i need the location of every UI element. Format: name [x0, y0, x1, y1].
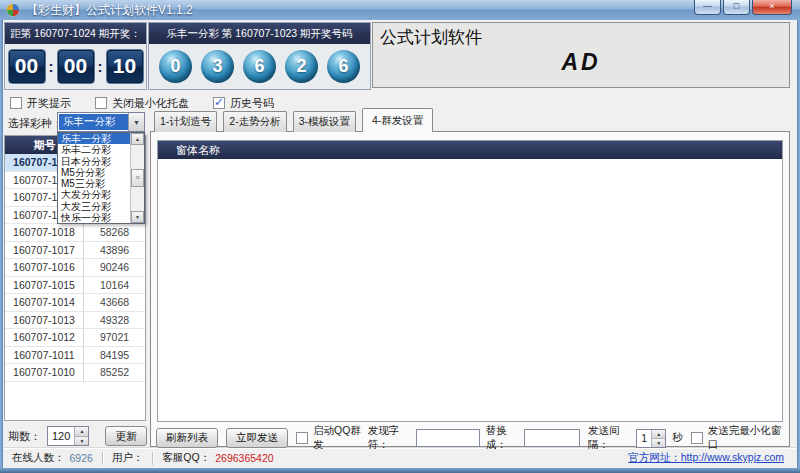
dropdown-arrow-icon[interactable]: ▼	[128, 113, 144, 131]
dropdown-option[interactable]: 乐丰一分彩	[58, 133, 130, 144]
dropdown-scrollbar[interactable]: ▲ ≡ ▼	[130, 133, 144, 223]
replace-with-label: 替换成：	[486, 424, 524, 452]
period-cell: 160707-1017	[5, 242, 84, 259]
combobox-value: 乐丰一分彩	[59, 114, 128, 130]
app-window: 【彩生财】公式计划软件V1.1.2 — □ × 距第 160707-1024 期…	[0, 0, 800, 473]
period-cell: 160707-1011	[5, 347, 84, 364]
latest-draw-panel: 乐丰一分彩 第 160707-1023 期开奖号码 0 3 6 2 6	[148, 22, 371, 90]
update-button[interactable]: 更新	[105, 426, 147, 446]
table-row[interactable]: 160707-1014 43668	[5, 294, 145, 312]
refresh-list-button[interactable]: 刷新列表	[156, 428, 218, 448]
online-count-label: 在线人数：	[12, 451, 65, 465]
tab-trend-analysis[interactable]: 2-走势分析	[223, 111, 286, 132]
periods-control: 期数： 120 ▲ ▼ 更新	[8, 426, 147, 446]
close-button[interactable]: ×	[752, 0, 792, 15]
official-website-link[interactable]: 官方网址： http://www.skypjz.com	[628, 451, 784, 465]
lottery-ball: 6	[243, 50, 276, 83]
find-chars-label: 发现字符：	[368, 424, 416, 452]
interval-unit-label: 秒	[672, 431, 683, 445]
checkbox-minimize-after-send[interactable]: ✓ 发送完最小化窗口	[691, 424, 783, 452]
clock-hours: 00	[8, 49, 46, 84]
dropdown-option[interactable]: 乐丰二分彩	[58, 144, 130, 155]
scroll-up-icon[interactable]: ▲	[131, 133, 144, 145]
lottery-ball: 2	[285, 50, 318, 83]
spinner-down-icon[interactable]: ▼	[75, 437, 88, 446]
lottery-type-combobox[interactable]: 乐丰一分彩 ▼	[57, 112, 145, 132]
draw-balls: 0 3 6 2 6	[149, 44, 370, 88]
result-cell: 97021	[84, 329, 145, 346]
periods-label: 期数：	[8, 429, 41, 444]
table-row[interactable]: 160707-1015 10164	[5, 277, 145, 295]
dropdown-option[interactable]: M5分分彩	[58, 167, 130, 178]
app-icon	[6, 3, 20, 17]
user-label: 用户：	[112, 451, 144, 465]
ad-panel: 公式计划软件 AD	[372, 22, 790, 88]
dropdown-options: 乐丰一分彩 乐丰二分彩 日本分分彩 M5分分彩 M5三分彩 大发分分彩 大发三分…	[58, 133, 130, 223]
website-url: http://www.skypjz.com	[681, 451, 784, 465]
dropdown-option[interactable]: 大发三分彩	[58, 201, 130, 212]
scroll-thumb[interactable]: ≡	[131, 169, 144, 187]
spinner-value: 1	[637, 430, 651, 447]
dropdown-option[interactable]: 大发分分彩	[58, 189, 130, 200]
table-row[interactable]: 160707-1017 43896	[5, 242, 145, 260]
checkbox-label: 启动QQ群发	[313, 424, 368, 452]
period-cell: 160707-1015	[5, 277, 84, 294]
period-cell: 160707-1014	[5, 294, 84, 311]
checkbox-enable-qq-group[interactable]: ✓ 启动QQ群发	[296, 424, 368, 452]
period-cell: 160707-1013	[5, 312, 84, 329]
table-row[interactable]: 160707-1011 84195	[5, 347, 145, 365]
periods-spinner[interactable]: 120 ▲ ▼	[47, 426, 89, 446]
service-qq-value: 2696365420	[215, 452, 273, 464]
checkbox-label: 发送完最小化窗口	[708, 424, 783, 452]
table-row[interactable]: 160707-1016 90246	[5, 259, 145, 277]
window-border	[0, 20, 3, 473]
table-row[interactable]: 160707-1018 58268	[5, 224, 145, 242]
checkbox-label: 开奖提示	[27, 96, 71, 111]
result-cell: 10164	[84, 277, 145, 294]
maximize-button[interactable]: □	[723, 0, 750, 15]
result-cell: 85252	[84, 364, 145, 381]
clock-separator: :	[49, 58, 54, 75]
flip-clock: 00 : 00 : 10	[5, 44, 146, 88]
scroll-down-icon[interactable]: ▼	[131, 211, 144, 223]
spinner-up-icon[interactable]: ▲	[652, 430, 665, 439]
find-chars-input[interactable]	[416, 429, 480, 447]
dropdown-option[interactable]: M5三分彩	[58, 178, 130, 189]
result-cell: 43896	[84, 242, 145, 259]
replace-with-input[interactable]	[524, 429, 580, 447]
period-cell: 160707-1010	[5, 364, 84, 381]
form-list-header[interactable]: 窗体名称	[158, 141, 782, 159]
dropdown-option[interactable]: 日本分分彩	[58, 156, 130, 167]
tab-template-settings[interactable]: 3-模板设置	[293, 111, 356, 132]
interval-spinner[interactable]: 1 ▲ ▼	[636, 429, 666, 448]
table-row[interactable]: 160707-1010 85252	[5, 364, 145, 382]
checkbox-icon: ✓	[10, 97, 22, 109]
lottery-ball: 0	[159, 50, 192, 83]
spinner-value: 120	[48, 427, 74, 445]
spinner-buttons: ▲ ▼	[651, 430, 665, 447]
dropdown-option[interactable]: 快乐一分彩	[58, 212, 130, 223]
countdown-panel: 距第 160707-1024 期开奖： 00 : 00 : 10	[4, 22, 147, 90]
service-qq-label: 客服QQ：	[162, 451, 210, 465]
title-bar: 【彩生财】公式计划软件V1.1.2 — □ ×	[0, 0, 800, 20]
find-replace-group: 发现字符： 替换成： 发送间隔： 1 ▲ ▼ 秒 ✓ 发送完最小化窗口	[368, 424, 783, 452]
clock-minutes: 00	[57, 49, 95, 84]
result-cell: 49328	[84, 312, 145, 329]
online-count-value: 6926	[70, 452, 93, 464]
table-row[interactable]: 160707-1012 97021	[5, 329, 145, 347]
check-icon: ✓	[214, 95, 224, 109]
tab-group-send-settings[interactable]: 4-群发设置	[362, 108, 433, 132]
period-cell: 160707-1018	[5, 224, 84, 241]
tab-bar: 1-计划造号 2-走势分析 3-模板设置 4-群发设置	[154, 108, 433, 132]
result-cell: 43668	[84, 294, 145, 311]
lottery-type-dropdown: 乐丰一分彩 乐丰二分彩 日本分分彩 M5分分彩 M5三分彩 大发分分彩 大发三分…	[57, 132, 145, 224]
tab-plan-number[interactable]: 1-计划造号	[154, 111, 217, 132]
group-send-toolbar: 刷新列表 立即发送 ✓ 启动QQ群发 发现字符： 替换成： 发送间隔： 1 ▲ …	[156, 428, 783, 448]
spinner-down-icon[interactable]: ▼	[652, 439, 665, 447]
spinner-up-icon[interactable]: ▲	[75, 427, 88, 437]
minimize-button[interactable]: —	[694, 0, 721, 15]
checkbox-icon: ✓	[691, 432, 703, 444]
table-row[interactable]: 160707-1013 49328	[5, 312, 145, 330]
send-now-button[interactable]: 立即发送	[226, 428, 288, 448]
checkbox-draw-alert[interactable]: ✓ 开奖提示	[10, 96, 71, 111]
